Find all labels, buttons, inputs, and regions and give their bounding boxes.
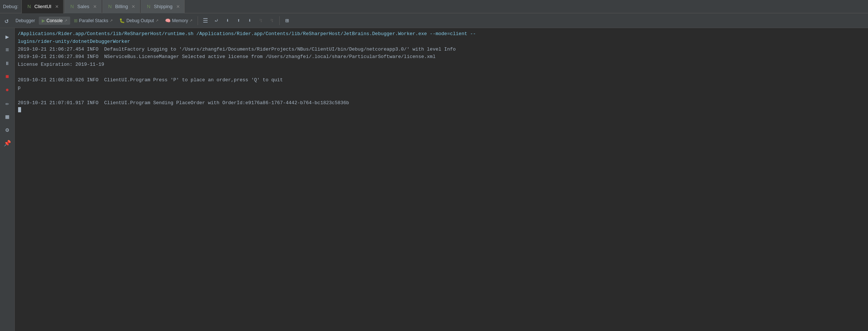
console-line-cmd2: lugins/rider-unity/dotnetDebuggerWorker — [18, 38, 865, 46]
sidebar-list-btn[interactable]: ≡ — [1, 44, 13, 56]
debugger-label: Debugger — [16, 18, 35, 23]
debug-output-pin-icon: ↗ — [156, 18, 158, 23]
toolbar: ↺ Debugger ▶ Console ↗ ⊞ Parallel Stacks… — [0, 13, 868, 28]
console-btn[interactable]: ▶ Console ↗ — [39, 17, 70, 25]
tab-label-shipping: Shipping — [154, 4, 172, 9]
debug-label: Debug: — [3, 4, 18, 9]
text-cursor — [18, 107, 21, 112]
tab-label-billing: Billing — [115, 4, 128, 9]
debug-output-btn[interactable]: 🐛 Debug Output ↗ — [116, 17, 161, 25]
toolbar-sep-1 — [198, 16, 198, 25]
tab-label-sales: Sales — [77, 4, 89, 9]
memory-pin-icon: ↗ — [189, 18, 192, 23]
console-area[interactable]: /Applications/Rider.app/Contents/lib/ReS… — [15, 28, 868, 331]
tab-clientui[interactable]: N ClientUI ✕ — [21, 0, 64, 13]
menu-icon-btn[interactable]: ☰ — [200, 16, 211, 26]
tab-sales[interactable]: N Sales ✕ — [64, 0, 102, 13]
console-line-input1: p — [18, 84, 865, 92]
console-pin-icon: ↗ — [64, 18, 67, 23]
tab-close-billing[interactable]: ✕ — [131, 4, 135, 9]
main-layout: ▶ ≡ ⏸ ■ ● ✏ ▦ ⚙ 📌 /Applications/Rider.ap… — [0, 28, 868, 331]
memory-icon: 🧠 — [165, 18, 171, 23]
tab-label-clientui: ClientUI — [34, 4, 51, 9]
smart-step-into-btn[interactable]: ↯ — [267, 16, 277, 26]
console-line-log1: 2019-10-21 21:06:27.454 INFO DefaultFact… — [18, 46, 865, 54]
parallel-stacks-icon: ⊞ — [74, 18, 78, 23]
memory-btn[interactable]: 🧠 Memory ↗ — [162, 17, 195, 25]
console-line-log3: License Expiration: 2019-11-19 — [18, 61, 865, 69]
sidebar-pin-btn[interactable]: 📌 — [1, 137, 13, 149]
console-label: Console — [47, 18, 63, 23]
step-into-btn[interactable]: ⬇ — [222, 16, 233, 26]
console-line-blank1 — [18, 69, 865, 76]
evaluate-btn[interactable]: ⊞ — [282, 16, 292, 26]
tab-close-shipping[interactable]: ✕ — [176, 4, 180, 9]
tab-shipping[interactable]: N Shipping ✕ — [141, 0, 185, 13]
tab-close-clientui[interactable]: ✕ — [55, 4, 59, 9]
force-step-into-btn[interactable]: ↯ — [256, 16, 266, 26]
debug-output-label: Debug Output — [126, 18, 154, 23]
console-line-cursor — [18, 107, 865, 112]
memory-label: Memory — [172, 18, 188, 23]
console-icon: ▶ — [42, 18, 45, 23]
tab-bar: Debug: N ClientUI ✕ N Sales ✕ N Billing … — [0, 0, 868, 13]
sidebar-settings-btn[interactable]: ⚙ — [1, 124, 13, 136]
parallel-stacks-label: Parallel Stacks — [79, 18, 108, 23]
run-to-cursor-btn[interactable]: ⬇ — [245, 16, 255, 26]
tab-close-sales[interactable]: ✕ — [93, 4, 97, 9]
sidebar-breakpoint-btn[interactable]: ● — [1, 84, 13, 96]
tab-icon-shipping: N — [146, 4, 151, 10]
sidebar: ▶ ≡ ⏸ ■ ● ✏ ▦ ⚙ 📌 — [0, 28, 15, 331]
step-over-btn[interactable]: ⤾ — [211, 16, 222, 26]
sidebar-grid-btn[interactable]: ▦ — [1, 111, 13, 123]
sidebar-pause-btn[interactable]: ⏸ — [1, 58, 13, 69]
tab-icon-sales: N — [69, 4, 75, 10]
refresh-icon-btn[interactable]: ↺ — [1, 16, 12, 26]
sidebar-stop-btn[interactable]: ■ — [1, 71, 13, 83]
tab-icon-billing: N — [107, 4, 113, 10]
sidebar-resume-btn[interactable]: ▶ — [1, 31, 13, 43]
tab-billing[interactable]: N Billing ✕ — [102, 0, 140, 13]
console-line-log4: 2019-10-21 21:06:28.026 INFO ClientUI.Pr… — [18, 76, 865, 84]
console-line-log2: 2019-10-21 21:06:27.894 INFO NServiceBus… — [18, 53, 865, 61]
console-line-blank2 — [18, 92, 865, 99]
debugger-btn[interactable]: Debugger — [13, 17, 38, 25]
debug-output-icon: 🐛 — [119, 18, 125, 23]
toolbar-sep-2 — [279, 16, 280, 25]
step-out-btn[interactable]: ⬆ — [233, 16, 244, 26]
parallel-stacks-btn[interactable]: ⊞ Parallel Stacks ↗ — [71, 17, 116, 25]
console-line-log5: 2019-10-21 21:07:01.917 INFO ClientUI.Pr… — [18, 99, 865, 107]
parallel-stacks-pin-icon: ↗ — [110, 18, 113, 23]
sidebar-edit-btn[interactable]: ✏ — [1, 98, 13, 109]
tab-icon-clientui: N — [26, 4, 32, 10]
console-line-cmd1: /Applications/Rider.app/Contents/lib/ReS… — [18, 30, 865, 38]
